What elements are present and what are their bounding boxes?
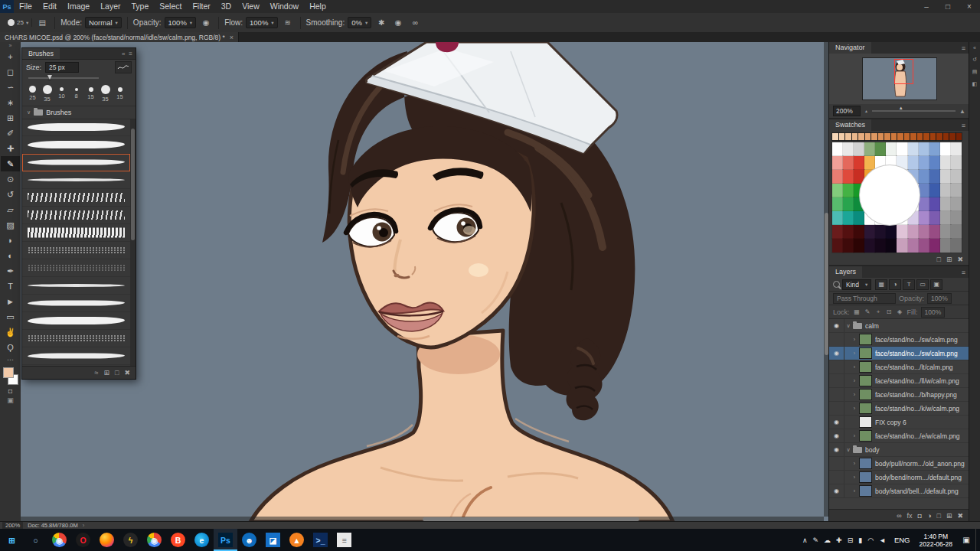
- lock-icon[interactable]: ⊡: [885, 308, 893, 315]
- color-swatch[interactable]: [897, 225, 907, 239]
- color-swatch[interactable]: [854, 239, 864, 253]
- color-swatch[interactable]: [864, 239, 875, 253]
- layer-filter-kind-dropdown[interactable]: Kind▾: [842, 279, 871, 290]
- menu-item[interactable]: Window: [265, 0, 304, 13]
- color-swatch[interactable]: [832, 170, 843, 184]
- brush-tip-preset[interactable]: 8: [70, 88, 83, 99]
- color-swatch[interactable]: [886, 239, 897, 253]
- panel-footer-icon[interactable]: ◘: [918, 512, 922, 520]
- blend-mode-select[interactable]: Normal▾: [85, 17, 122, 28]
- color-swatch[interactable]: [940, 225, 951, 239]
- layer-thumbnail[interactable]: [859, 347, 872, 359]
- visibility-toggle[interactable]: ◉: [829, 429, 844, 442]
- color-swatch[interactable]: [854, 156, 864, 170]
- brush-preset-row[interactable]: [22, 242, 130, 259]
- color-swatch[interactable]: [832, 142, 843, 156]
- layer-name[interactable]: face/stand/no.../ll/w/calm.png: [875, 377, 969, 385]
- color-swatch[interactable]: [908, 239, 919, 253]
- layer-name[interactable]: face/stand/no.../b/happy.png: [875, 391, 969, 399]
- color-swatch[interactable]: [929, 184, 940, 197]
- taskbar-app[interactable]: ◪: [261, 529, 285, 551]
- taskbar-app[interactable]: Ps: [214, 529, 237, 551]
- taskbar-app[interactable]: ϟ: [119, 529, 142, 551]
- visibility-toggle[interactable]: ◉: [829, 484, 844, 497]
- gear-icon[interactable]: ✱: [374, 16, 388, 29]
- layer-row[interactable]: ◉ › face/stand/no.../e/w/calm.png: [829, 429, 969, 443]
- color-swatch[interactable]: [886, 142, 897, 156]
- language-indicator[interactable]: ENG: [890, 536, 915, 544]
- expand-arrow-icon[interactable]: ›: [851, 350, 858, 356]
- layers-tab[interactable]: Layers: [829, 266, 862, 278]
- brush-preset-row[interactable]: [22, 119, 130, 136]
- taskbar-app[interactable]: ◉: [47, 529, 71, 551]
- color-swatch[interactable]: [940, 239, 951, 253]
- filter-type-icon[interactable]: ◑: [889, 279, 901, 290]
- color-swatch[interactable]: [843, 239, 854, 253]
- brush-tip-preset[interactable]: 15: [84, 87, 97, 100]
- lock-icon[interactable]: ▦: [853, 308, 861, 315]
- zoom-in-icon[interactable]: ▲: [959, 108, 965, 115]
- quick-mask-icon[interactable]: ◘: [8, 386, 12, 396]
- layer-thumbnail[interactable]: [859, 458, 872, 469]
- layer-name[interactable]: body/stand/bell.../default.png: [875, 487, 969, 495]
- color-swatch[interactable]: [864, 142, 875, 156]
- color-swatch[interactable]: [940, 184, 951, 197]
- panel-footer-icon[interactable]: □: [936, 512, 940, 520]
- taskbar-app[interactable]: O: [71, 529, 95, 551]
- brush-preset-row[interactable]: [22, 330, 130, 347]
- brush-preset-row[interactable]: [22, 277, 130, 295]
- brush-tip-preset[interactable]: 10: [55, 87, 68, 99]
- color-swatch[interactable]: [832, 211, 843, 225]
- brush-group-row[interactable]: ∨ Brushes: [22, 106, 136, 119]
- menu-item[interactable]: Layer: [95, 0, 126, 13]
- color-swatch[interactable]: [951, 142, 962, 156]
- layer-thumbnail[interactable]: [859, 403, 872, 414]
- minimize-button[interactable]: –: [916, 0, 937, 13]
- color-swatch[interactable]: [929, 142, 940, 156]
- menu-item[interactable]: Help: [304, 0, 332, 13]
- opacity-select[interactable]: 100%▾: [165, 17, 197, 28]
- color-swatch[interactable]: [908, 225, 919, 239]
- color-swatch[interactable]: [951, 184, 962, 197]
- layer-name[interactable]: body: [865, 446, 969, 454]
- tool-button[interactable]: ◗: [1, 233, 20, 248]
- layer-opacity-field[interactable]: 100%: [927, 293, 952, 304]
- color-swatch[interactable]: [956, 133, 962, 140]
- layer-row[interactable]: ◉ › face/stand/no.../sw/calm.png: [829, 347, 969, 360]
- swatches-tab[interactable]: Swatches: [829, 119, 871, 131]
- tray-icon[interactable]: ✚: [836, 536, 842, 544]
- layer-name[interactable]: face/stand/no.../lt/calm.png: [875, 364, 969, 371]
- zoom-out-icon[interactable]: ▲: [864, 109, 868, 113]
- collapsed-panel-icon[interactable]: ↺: [972, 57, 977, 63]
- color-swatch[interactable]: [832, 197, 843, 211]
- color-swatch[interactable]: [843, 142, 854, 156]
- layer-row[interactable]: ◉ › face/stand/no.../lt/calm.png: [829, 360, 969, 374]
- edit-toolbar-icon[interactable]: ⋯: [7, 355, 14, 364]
- color-swatch[interactable]: [854, 225, 864, 239]
- color-swatch[interactable]: [832, 184, 843, 197]
- menu-item[interactable]: File: [14, 0, 38, 13]
- tool-button[interactable]: ✌: [1, 324, 20, 340]
- color-swatch[interactable]: [951, 156, 962, 170]
- lock-icon[interactable]: ◈: [896, 308, 904, 315]
- brush-size-input[interactable]: 25 px: [45, 62, 79, 73]
- filter-type-icon[interactable]: T: [903, 279, 915, 290]
- tool-button[interactable]: ◐: [1, 248, 20, 263]
- brush-preset-row[interactable]: [22, 295, 130, 312]
- layer-name[interactable]: face/stand/no.../k/w/calm.png: [875, 405, 969, 412]
- tray-icon[interactable]: ▮: [858, 536, 862, 544]
- filter-type-icon[interactable]: ▣: [930, 279, 942, 290]
- visibility-toggle[interactable]: ◉: [829, 374, 844, 387]
- color-swatch[interactable]: [951, 211, 962, 225]
- navigator-zoom-slider[interactable]: ▲: [872, 110, 956, 112]
- document-tab[interactable]: CHARS MICOE.psd @ 200% (face/stand/norma…: [0, 32, 239, 42]
- panel-footer-icon[interactable]: ✖: [957, 256, 963, 263]
- color-swatch[interactable]: [929, 225, 940, 239]
- blend-mode-dropdown[interactable]: Pass Through: [833, 293, 896, 304]
- color-swatch[interactable]: [936, 133, 942, 140]
- color-swatch[interactable]: [875, 225, 886, 239]
- taskbar-app[interactable]: ○: [24, 529, 47, 551]
- color-swatch[interactable]: [878, 133, 884, 140]
- layer-thumbnail[interactable]: [859, 361, 872, 373]
- status-zoom-field[interactable]: 200%: [2, 522, 23, 529]
